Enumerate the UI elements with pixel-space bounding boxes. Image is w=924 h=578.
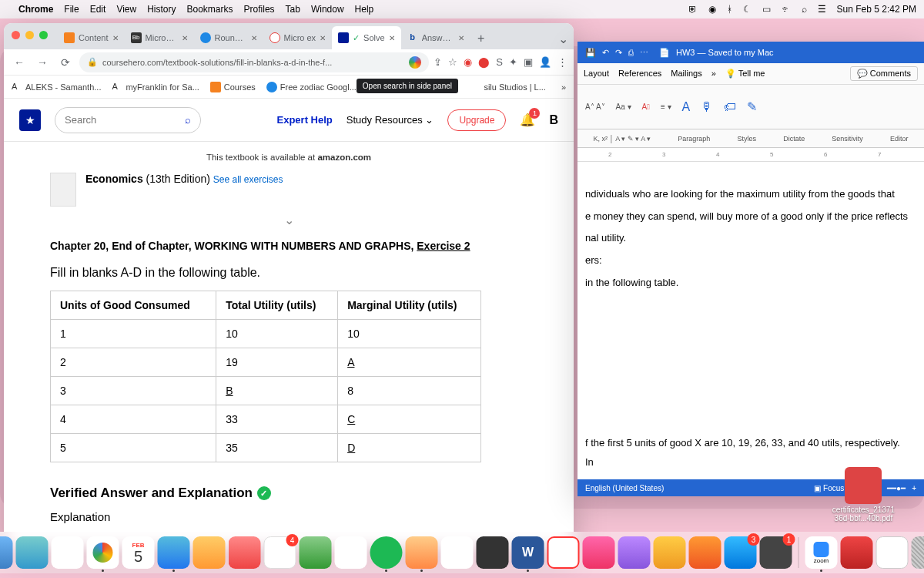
grammarly-icon[interactable] (441, 536, 474, 569)
change-case-button[interactable]: Aa ▾ (613, 102, 634, 111)
close-icon[interactable]: ✕ (112, 34, 119, 42)
back-button[interactable]: ← (10, 53, 28, 72)
search-input[interactable]: Search ⌕ (55, 107, 201, 133)
forward-button[interactable]: → (33, 53, 52, 72)
profile-avatar[interactable]: B (549, 113, 558, 127)
tab-microsoft[interactable]: BbMicrosoft✕ (125, 26, 194, 49)
reminders-icon[interactable] (229, 536, 261, 569)
book-cover-icon[interactable] (50, 173, 76, 207)
photos-icon[interactable] (406, 536, 438, 569)
word-icon[interactable]: W (512, 536, 544, 569)
upgrade-button[interactable]: Upgrade (447, 109, 506, 131)
comments-button[interactable]: 💬 Comments (850, 66, 918, 81)
tab-answere[interactable]: bAnswere✕ (401, 26, 470, 49)
search-icon[interactable]: ⌕ (185, 114, 191, 126)
menu-history[interactable]: History (147, 4, 176, 15)
editor-icon[interactable]: ✎ (744, 99, 760, 114)
new-tab-button[interactable]: + (470, 28, 492, 49)
extension-icon[interactable]: S (496, 56, 503, 68)
minimize-window-button[interactable] (25, 31, 34, 39)
sidepanel-icon[interactable]: ▣ (524, 56, 533, 68)
finder-icon[interactable] (0, 536, 13, 569)
desktop-file-stack[interactable]: certificates_21371 36d-bbf...40b.pdf (832, 467, 895, 523)
study-resources-dropdown[interactable]: Study Resources ⌄ (346, 114, 434, 126)
moon-icon[interactable]: ☾ (743, 4, 752, 15)
font-size-controls[interactable]: A˄ A˅ (582, 102, 608, 111)
close-icon[interactable]: ✕ (458, 34, 464, 42)
contacts-icon[interactable] (193, 536, 226, 569)
books-icon[interactable] (689, 536, 721, 569)
document-body[interactable]: ndividuals who are looking for the maxim… (578, 162, 924, 479)
bookmark-zodiac[interactable]: Free zodiac Googl... (266, 82, 357, 92)
tab-round[interactable]: Round tr✕ (194, 26, 263, 49)
downloads-icon[interactable] (876, 536, 909, 569)
menu-profiles[interactable]: Profiles (244, 4, 275, 15)
music-icon[interactable] (583, 536, 615, 569)
amazon-link[interactable]: amazon.com (317, 153, 371, 162)
align-button[interactable]: ≡ ▾ (658, 102, 675, 111)
styles-pane-icon[interactable]: A (679, 100, 694, 114)
kebab-icon[interactable]: ⋮ (557, 56, 567, 68)
settings-icon[interactable]: 1 (760, 536, 792, 569)
expert-help-link[interactable]: Expert Help (277, 114, 333, 126)
bookmarks-overflow-icon[interactable]: » (561, 82, 566, 92)
menu-bookmarks[interactable]: Bookmarks (187, 4, 233, 15)
menu-file[interactable]: File (64, 4, 79, 15)
print-icon[interactable]: ⎙ (628, 48, 634, 57)
ruler[interactable]: 234567 (578, 148, 924, 162)
menubar-app[interactable]: Chrome (18, 4, 53, 15)
close-icon[interactable]: ✕ (251, 34, 257, 42)
calculator-icon[interactable] (477, 536, 509, 569)
powerpoint-icon[interactable] (841, 536, 873, 569)
close-icon[interactable]: ✕ (320, 34, 326, 42)
chrome-icon[interactable] (87, 536, 119, 569)
wifi-icon[interactable]: ᯤ (782, 4, 791, 15)
menu-window[interactable]: Window (311, 4, 344, 15)
bookmark-courses[interactable]: Courses (210, 82, 256, 92)
status-language[interactable]: English (United States) (585, 484, 664, 492)
collapse-chevron-icon[interactable]: ⌄ (50, 213, 527, 227)
menu-help[interactable]: Help (355, 4, 374, 15)
notes-icon[interactable]: 4 (264, 536, 296, 569)
autosave-icon[interactable]: 💾 (585, 48, 596, 58)
coursehero-logo-icon[interactable]: ★ (19, 109, 41, 131)
reload-button[interactable]: ⟳ (56, 53, 75, 72)
exercise-link[interactable]: Exercise 2 (417, 240, 470, 252)
maximize-window-button[interactable] (39, 31, 48, 39)
bookmark-aleks[interactable]: AALEKS - Samanth... (12, 82, 101, 92)
notifications-button[interactable]: 🔔1 (520, 113, 535, 127)
extension-icon[interactable]: ◉ (464, 56, 472, 68)
menu-tab[interactable]: Tab (286, 4, 300, 15)
close-window-button[interactable] (12, 31, 20, 39)
extension-icon[interactable]: ⬤ (478, 56, 490, 68)
google-icon[interactable] (409, 56, 421, 69)
bookmark-silu[interactable]: silu Studios | L... (484, 82, 546, 92)
clear-formatting-button[interactable]: A⃠ (639, 102, 653, 111)
star-icon[interactable]: ☆ (448, 56, 457, 68)
ribbon-tabs-overflow[interactable]: » (711, 69, 716, 79)
tell-me-search[interactable]: 💡 Tell me (725, 69, 765, 79)
address-bar[interactable]: 🔒 coursehero.com/textbook-solutions/fill… (79, 52, 429, 72)
search-icon[interactable]: ⌕ (802, 4, 807, 15)
trash-icon[interactable] (912, 536, 925, 569)
profile-icon[interactable]: 👤 (539, 56, 551, 68)
podcasts-icon[interactable] (618, 536, 651, 569)
bluetooth-icon[interactable]: ᚼ (727, 4, 732, 15)
appstore-icon[interactable]: 3 (725, 536, 757, 569)
mail-icon[interactable] (158, 536, 190, 569)
undo-icon[interactable]: ↶ (602, 48, 609, 58)
close-icon[interactable]: ✕ (389, 34, 395, 42)
launchpad-icon[interactable] (52, 536, 84, 569)
dictate-icon[interactable]: 🎙 (698, 100, 716, 114)
zoom-icon[interactable]: zoom (805, 536, 838, 569)
sensitivity-icon[interactable]: 🏷 (721, 100, 739, 114)
battery-icon[interactable]: ▭ (762, 4, 771, 15)
shield-icon[interactable]: ⛨ (688, 4, 698, 15)
bookmark-franklin[interactable]: AmyFranklin for Sa... (112, 82, 199, 92)
menubar-clock[interactable]: Sun Feb 5 2:42 PM (837, 4, 916, 15)
redo-icon[interactable]: ↷ (615, 48, 622, 58)
see-all-exercises-link[interactable]: See all exercises (213, 174, 283, 185)
tab-content[interactable]: Content✕ (58, 26, 125, 49)
airplay-icon[interactable]: ◉ (708, 4, 716, 15)
calendar-icon[interactable]: FEB5 (122, 536, 155, 569)
